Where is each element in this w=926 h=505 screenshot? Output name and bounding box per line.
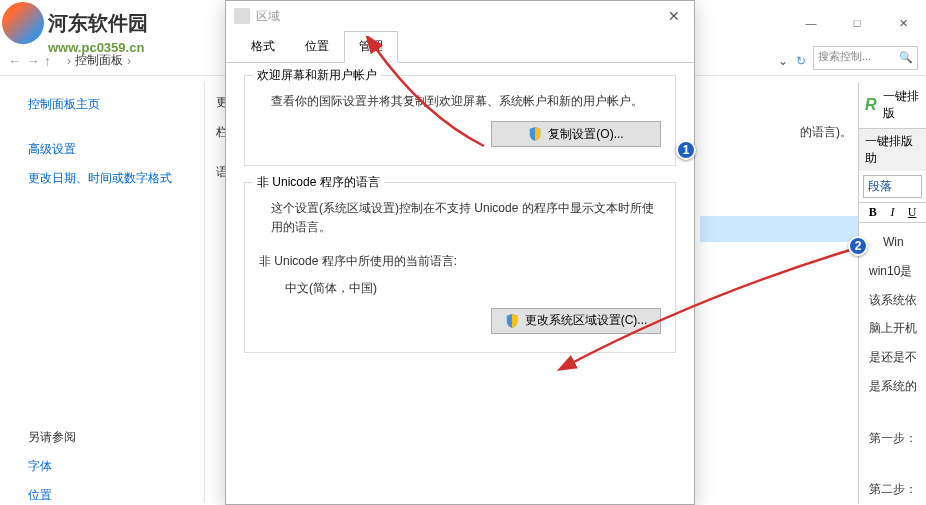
editor-line: 是系统的	[869, 375, 922, 398]
search-input[interactable]: 搜索控制... 🔍	[813, 46, 918, 70]
dialog-titlebar: 区域 ✕	[226, 1, 694, 31]
sidebar-link-location[interactable]: 位置	[28, 481, 204, 505]
format-toolbar: B I U	[859, 202, 926, 223]
search-placeholder: 搜索控制...	[818, 50, 871, 62]
window-controls: — □ ✕	[788, 8, 926, 38]
sidebar-link-home[interactable]: 控制面板主页	[28, 90, 204, 119]
group-title-welcome: 欢迎屏幕和新用户帐户	[253, 67, 381, 84]
group-desc-welcome: 查看你的国际设置并将其复制到欢迎屏幕、系统帐户和新的用户帐户。	[271, 92, 661, 111]
search-icon: 🔍	[899, 51, 913, 64]
copy-settings-button[interactable]: 复制设置(O)...	[491, 121, 661, 147]
tab-format[interactable]: 格式	[236, 31, 290, 62]
chevron-right-icon: ›	[67, 54, 71, 68]
editor-content[interactable]: Win win10是 该系统依 脑上开机 是还是不 是系统的 第一步： 第二步：	[859, 223, 926, 505]
dialog-close-button[interactable]: ✕	[662, 8, 686, 24]
dialog-title: 区域	[256, 8, 662, 25]
bg-text-fragment: 的语言)。	[800, 124, 852, 141]
unicode-group: 非 Unicode 程序的语言 这个设置(系统区域设置)控制在不支持 Unico…	[244, 182, 676, 353]
group-title-unicode: 非 Unicode 程序的语言	[253, 174, 384, 191]
current-language-label: 非 Unicode 程序中所使用的当前语言:	[259, 252, 661, 271]
editor-titlebar: R 一键排版	[859, 82, 926, 129]
admin-panel: 欢迎屏幕和新用户帐户 查看你的国际设置并将其复制到欢迎屏幕、系统帐户和新的用户帐…	[226, 63, 694, 381]
chevron-right-icon: ›	[127, 54, 131, 68]
sidebar-link-datetime[interactable]: 更改日期、时间或数字格式	[28, 164, 204, 193]
sidebar-link-fonts[interactable]: 字体	[28, 452, 204, 481]
tab-location[interactable]: 位置	[290, 31, 344, 62]
change-locale-button[interactable]: 更改系统区域设置(C)...	[491, 308, 661, 334]
change-locale-label: 更改系统区域设置(C)...	[525, 312, 648, 329]
dialog-tabs: 格式 位置 管理	[226, 31, 694, 63]
editor-line: 该系统依	[869, 289, 922, 312]
copy-settings-label: 复制设置(O)...	[548, 126, 623, 143]
region-dialog: 区域 ✕ 格式 位置 管理 欢迎屏幕和新用户帐户 查看你的国际设置并将其复制到欢…	[225, 0, 695, 505]
paragraph-dropdown[interactable]: 段落	[863, 175, 922, 198]
shield-icon	[528, 127, 542, 141]
minimize-button[interactable]: —	[788, 8, 834, 38]
dialog-icon	[234, 8, 250, 24]
forward-button[interactable]: →	[26, 53, 40, 69]
annotation-marker-1: 1	[676, 140, 696, 160]
sidebar-heading-seealso: 另请参阅	[28, 423, 204, 452]
editor-line: 脑上开机	[869, 317, 922, 340]
editor-line: 是还是不	[869, 346, 922, 369]
editor-line: 第二步：	[869, 478, 922, 501]
breadcrumb-item[interactable]: 控制面板	[75, 52, 123, 69]
editor-line: Win	[869, 231, 922, 254]
current-language-value: 中文(简体，中国)	[285, 279, 661, 298]
breadcrumb-dropdown[interactable]: ⌄	[778, 54, 788, 68]
refresh-button[interactable]: ↻	[796, 54, 806, 68]
editor-line: win10是	[869, 260, 922, 283]
maximize-button[interactable]: □	[834, 8, 880, 38]
shield-icon	[505, 314, 519, 328]
editor-window-title: 一键排版	[883, 88, 920, 122]
selected-row-highlight	[700, 216, 860, 242]
welcome-screen-group: 欢迎屏幕和新用户帐户 查看你的国际设置并将其复制到欢迎屏幕、系统帐户和新的用户帐…	[244, 75, 676, 166]
tab-admin[interactable]: 管理	[344, 31, 398, 63]
back-button[interactable]: ←	[8, 53, 22, 69]
annotation-marker-2: 2	[848, 236, 868, 256]
bold-button[interactable]: B	[865, 205, 881, 220]
up-button[interactable]: ↑	[44, 53, 51, 69]
sidebar: 控制面板主页 高级设置 更改日期、时间或数字格式 另请参阅 字体 位置	[0, 82, 205, 502]
italic-button[interactable]: I	[885, 205, 901, 220]
underline-button[interactable]: U	[904, 205, 920, 220]
close-button[interactable]: ✕	[880, 8, 926, 38]
sidebar-link-advanced[interactable]: 高级设置	[28, 135, 204, 164]
side-editor-panel: R 一键排版 一键排版助 段落 B I U Win win10是 该系统依 脑上…	[858, 82, 926, 504]
editor-logo-icon: R	[865, 96, 879, 114]
editor-line: 第一步：	[869, 427, 922, 450]
editor-header: 一键排版助	[859, 129, 926, 171]
group-desc-unicode: 这个设置(系统区域设置)控制在不支持 Unicode 的程序中显示文本时所使用的…	[271, 199, 661, 237]
